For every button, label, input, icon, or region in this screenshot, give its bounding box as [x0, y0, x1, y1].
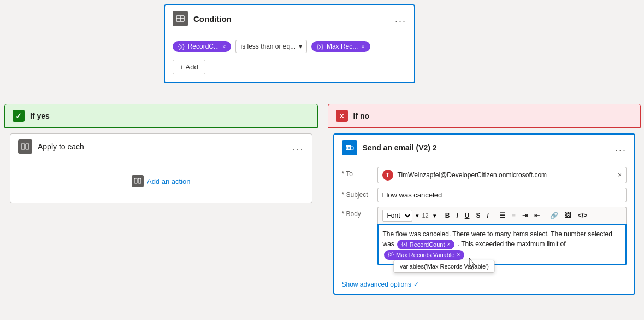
font-select[interactable]: Font: [382, 210, 412, 222]
body-container: Font ▾ 12 ▾ B I U S / ☰: [377, 207, 627, 265]
subject-label: * Subject: [342, 188, 372, 199]
no-icon: ×: [336, 110, 348, 122]
toolbar-separator-1: [440, 212, 440, 219]
apply-each-card: Apply to each ... Add an action: [10, 133, 312, 203]
toolbar-separator-3: [545, 212, 545, 219]
operator-select[interactable]: is less than or eq... ▾: [235, 40, 307, 53]
to-email-address: TimWeinzapfel@DeveloperCitizen.onmicroso…: [398, 171, 613, 179]
svg-text:O: O: [346, 146, 350, 150]
branches-row: ✓ If yes Apply to each ...: [4, 104, 641, 300]
body-token-close-2[interactable]: ×: [457, 251, 460, 259]
email-card-header: O Send an email (V2) 2 ...: [334, 135, 635, 161]
svg-rect-3: [21, 144, 25, 149]
to-row: * To T TimWeinzapfel@DeveloperCitizen.on…: [342, 167, 627, 183]
if-no-header: × If no: [328, 104, 641, 128]
code-button[interactable]: </>: [576, 211, 589, 220]
toolbar-separator-2: [494, 212, 494, 219]
apply-each-body: Add an action: [10, 159, 312, 203]
if-no-panel: × If no O Send an email (V2) 2 ...: [328, 104, 641, 300]
underline-button[interactable]: U: [463, 211, 471, 220]
outlook-icon: O: [342, 140, 357, 155]
size-chevron-icon: ▾: [433, 212, 436, 219]
condition-icon: [173, 11, 188, 26]
email-card-title: Send an email (V2) 2: [363, 143, 610, 152]
chip-icon-1: {x}: [178, 44, 185, 50]
show-advanced-label: Show advanced options: [342, 281, 411, 288]
body-token-label-2: Max Records Variable: [396, 251, 454, 260]
image-button[interactable]: 🖼: [563, 211, 573, 220]
subject-value: Flow was canceled: [382, 191, 442, 199]
body-toolbar: Font ▾ 12 ▾ B I U S / ☰: [377, 207, 627, 224]
if-yes-header: ✓ If yes: [4, 104, 318, 128]
chevron-down-icon: ▾: [299, 43, 302, 50]
numbering-button[interactable]: ≡: [510, 211, 517, 220]
italic-button[interactable]: I: [454, 211, 459, 220]
chip-label-1: RecordC...: [188, 43, 219, 50]
show-advanced-row: Show advanced options ✓: [334, 275, 635, 294]
condition-card: Condition ... {x} RecordC... × is less t…: [164, 4, 415, 83]
record-count-body-token[interactable]: {x} RecordCount ×: [397, 240, 454, 250]
slash-button[interactable]: /: [485, 211, 490, 220]
operator-label: is less than or eq...: [240, 43, 296, 50]
email-avatar: T: [382, 170, 393, 181]
outdent-button[interactable]: ⇤: [533, 211, 541, 220]
tooltip-popup: variables('Max Records Variable'): [394, 260, 495, 274]
email-form: * To T TimWeinzapfel@DeveloperCitizen.on…: [334, 161, 635, 275]
add-button[interactable]: + Add: [173, 60, 205, 74]
body-label: * Body: [342, 207, 372, 218]
font-size-label: 12: [422, 212, 429, 219]
indent-button[interactable]: ⇥: [521, 211, 529, 220]
body-token-close-1[interactable]: ×: [447, 240, 451, 248]
condition-title: Condition: [193, 14, 389, 24]
link-button[interactable]: 🔗: [548, 211, 560, 220]
subject-field[interactable]: Flow was canceled: [377, 188, 627, 202]
bullets-button[interactable]: ☰: [498, 211, 507, 220]
body-text-2: . This exceeded the maximum limit of: [458, 240, 566, 248]
to-field-close-icon[interactable]: ×: [618, 171, 622, 179]
chip-icon-2: {x}: [317, 44, 323, 50]
size-indicator: ▾: [416, 212, 419, 219]
email-card-menu[interactable]: ...: [615, 142, 627, 154]
to-field[interactable]: T TimWeinzapfel@DeveloperCitizen.onmicro…: [377, 167, 627, 183]
add-action-button[interactable]: Add an action: [132, 175, 191, 187]
apply-each-menu[interactable]: ...: [292, 141, 304, 153]
chip-close-1[interactable]: ×: [222, 43, 226, 50]
add-action-icon: [132, 175, 144, 187]
record-count-chip[interactable]: {x} RecordC... ×: [173, 41, 231, 52]
max-records-chip[interactable]: {x} Max Rec... ×: [311, 41, 370, 52]
chip-close-2[interactable]: ×: [361, 43, 364, 50]
apply-each-icon: [18, 139, 32, 154]
bold-button[interactable]: B: [444, 211, 452, 220]
show-advanced-chevron-icon: ✓: [413, 281, 419, 288]
condition-card-header: Condition ...: [165, 5, 414, 32]
body-token-label-1: RecordCount: [410, 240, 445, 249]
show-advanced-button[interactable]: Show advanced options ✓: [342, 281, 419, 288]
svg-rect-6: [138, 178, 141, 183]
body-token-icon-1: {x}: [401, 241, 407, 248]
apply-each-header: Apply to each ...: [10, 134, 312, 159]
tooltip-text: variables('Max Records Variable'): [400, 263, 489, 270]
max-records-body-token[interactable]: {x} Max Records Variable × variables('Ma…: [384, 250, 465, 260]
strikethrough-button[interactable]: S: [474, 211, 482, 220]
condition-row: {x} RecordC... × is less than or eq... ▾…: [173, 40, 406, 53]
if-yes-label: If yes: [30, 112, 50, 120]
body-content[interactable]: The flow was canceled. There were to man…: [377, 224, 627, 265]
condition-menu[interactable]: ...: [395, 13, 406, 25]
yes-icon: ✓: [13, 110, 25, 122]
subject-row: * Subject Flow was canceled: [342, 188, 627, 202]
apply-each-title: Apply to each: [38, 142, 287, 151]
condition-body: {x} RecordC... × is less than or eq... ▾…: [165, 32, 414, 82]
svg-rect-4: [26, 144, 29, 149]
to-label: * To: [342, 167, 372, 178]
send-email-card: O Send an email (V2) 2 ... * To T TimWei…: [333, 133, 636, 295]
body-row: * Body Font ▾ 12 ▾ B I U: [342, 207, 627, 265]
if-yes-panel: ✓ If yes Apply to each ...: [4, 104, 318, 300]
svg-rect-5: [134, 178, 137, 183]
if-no-label: If no: [353, 112, 370, 120]
body-token-icon-2: {x}: [388, 251, 394, 259]
add-action-label: Add an action: [147, 177, 191, 185]
chip-label-2: Max Rec...: [327, 43, 358, 50]
